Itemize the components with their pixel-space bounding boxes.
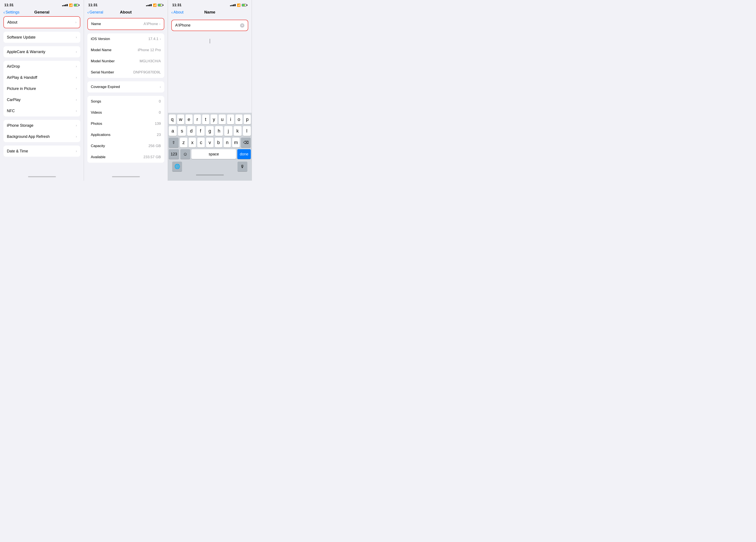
label-videos: Videos (91, 111, 102, 115)
key-r[interactable]: r (194, 115, 201, 124)
row-airdrop[interactable]: AirDrop › (3, 61, 80, 72)
back-label-2: General (90, 10, 103, 15)
key-h[interactable]: h (215, 126, 223, 136)
label-about: About (7, 20, 17, 25)
mic-key[interactable]: 🎙 (238, 162, 247, 172)
row-coverage[interactable]: Coverage Expired › (87, 81, 164, 93)
key-s[interactable]: s (178, 126, 186, 136)
value-available: 233.57 GB (143, 155, 161, 159)
key-t[interactable]: t (202, 115, 209, 124)
value-capacity: 256 GB (148, 144, 161, 148)
key-z[interactable]: z (180, 138, 187, 148)
row-software-right: › (76, 35, 77, 39)
chevron-storage: › (76, 124, 77, 127)
key-e[interactable]: e (185, 115, 193, 124)
status-time-2: 11:31 (88, 3, 97, 7)
row-bgrefresh[interactable]: Background App Refresh › (3, 131, 80, 142)
row-datetime[interactable]: Date & Time › (3, 146, 80, 157)
key-g[interactable]: g (206, 126, 214, 136)
chevron-nfc: › (76, 109, 77, 113)
bolt-icon-2: ⚡ (159, 4, 161, 6)
numbers-key[interactable]: 123 (169, 149, 179, 159)
shift-key[interactable]: ⇧ (169, 138, 179, 148)
key-f[interactable]: f (197, 126, 205, 136)
key-a[interactable]: a (169, 126, 177, 136)
clear-icon: ✕ (241, 24, 243, 27)
signal-icon-3 (230, 4, 236, 6)
row-applecare-right: › (76, 50, 77, 54)
wifi-icon-3: 📶 (237, 3, 241, 7)
key-w[interactable]: w (177, 115, 184, 124)
bolt-icon-3: ⚡ (243, 4, 245, 6)
value-songs: 0 (159, 99, 161, 104)
label-airplay: AirPlay & Handoff (7, 75, 37, 80)
keyboard: q w e r t y u i o p a s d f g h j k l ⇧ … (168, 113, 252, 181)
back-button-2[interactable]: ‹ General (87, 10, 103, 15)
back-button-1[interactable]: ‹ Settings (3, 10, 19, 15)
delete-key[interactable]: ⌫ (241, 138, 251, 148)
group-name: Name A'iPhone › (87, 18, 164, 30)
status-bar-1: 11:31 📶 ⚡ (0, 0, 84, 8)
row-storage[interactable]: iPhone Storage › (3, 120, 80, 131)
clear-button[interactable]: ✕ (240, 23, 244, 28)
status-icons-2: 📶 ⚡ (146, 3, 163, 7)
key-p[interactable]: p (244, 115, 251, 124)
row-pip[interactable]: Picture in Picture › (3, 83, 80, 94)
key-o[interactable]: o (235, 115, 242, 124)
battery-icon-2: ⚡ (158, 4, 163, 6)
value-model-name: iPhone 12 Pro (138, 48, 161, 52)
key-m[interactable]: m (232, 138, 240, 148)
label-capacity: Capacity (91, 144, 105, 148)
chevron-software: › (76, 35, 77, 39)
done-key[interactable]: done (237, 149, 251, 159)
row-software-update[interactable]: Software Update › (3, 32, 80, 43)
space-key[interactable]: space (191, 149, 236, 159)
key-y[interactable]: y (211, 115, 218, 124)
label-coverage: Coverage Expired (91, 85, 120, 89)
row-about[interactable]: About › (4, 17, 80, 28)
chevron-name: › (159, 22, 160, 26)
key-j[interactable]: j (224, 126, 232, 136)
key-v[interactable]: v (206, 138, 214, 148)
key-i[interactable]: i (227, 115, 234, 124)
label-model-number: Model Number (91, 59, 115, 63)
row-carplay[interactable]: CarPlay › (3, 94, 80, 105)
key-c[interactable]: c (197, 138, 205, 148)
row-name[interactable]: Name A'iPhone › (88, 18, 164, 30)
value-name: A'iPhone (143, 22, 158, 26)
status-icons-1: 📶 ⚡ (62, 3, 79, 7)
row-nfc[interactable]: NFC › (3, 105, 80, 117)
keyboard-row-2: a s d f g h j k l (169, 126, 251, 136)
row-airplay[interactable]: AirPlay & Handoff › (3, 72, 80, 83)
group-media-counts: Songs 0 Videos 0 Photos 139 Applications… (87, 96, 164, 163)
key-b[interactable]: b (215, 138, 222, 148)
label-songs: Songs (91, 99, 101, 104)
key-x[interactable]: x (189, 138, 196, 148)
key-l[interactable]: l (243, 126, 251, 136)
name-input-field[interactable] (175, 23, 240, 28)
globe-key[interactable]: 🌐 (172, 162, 182, 172)
label-model-name: Model Name (91, 48, 111, 52)
key-k[interactable]: k (234, 126, 242, 136)
value-photos: 139 (155, 122, 161, 126)
key-q[interactable]: q (169, 115, 176, 124)
key-n[interactable]: n (224, 138, 231, 148)
row-applecare[interactable]: AppleCare & Warranty › (3, 46, 80, 57)
row-model-number: Model Number MGLH3CH/A (87, 56, 164, 67)
chevron-coverage: › (160, 85, 161, 89)
key-d[interactable]: d (187, 126, 195, 136)
emoji-key[interactable]: ☺ (180, 149, 190, 159)
label-name: Name (91, 22, 101, 26)
label-airdrop: AirDrop (7, 64, 20, 69)
label-datetime: Date & Time (7, 149, 28, 154)
nav-title-2: About (120, 10, 132, 15)
row-ios-version[interactable]: iOS Version 17.4.1 › (87, 33, 164, 45)
back-label-3: About (173, 10, 184, 15)
nav-bar-3: ‹ About Name (168, 8, 252, 16)
back-button-3[interactable]: ‹ About (171, 10, 184, 15)
name-input-group: ✕ (171, 20, 248, 31)
key-u[interactable]: u (219, 115, 226, 124)
chevron-airplay: › (76, 76, 77, 79)
label-storage: iPhone Storage (7, 123, 33, 128)
chevron-datetime: › (76, 149, 77, 153)
